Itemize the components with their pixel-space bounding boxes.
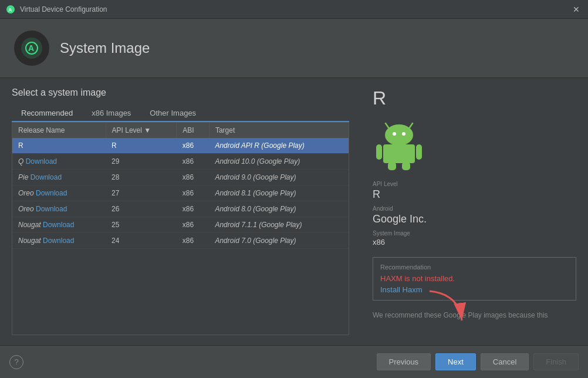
table-row[interactable]: Q Download29x86Android 10.0 (Google Play… bbox=[12, 154, 349, 170]
col-target[interactable]: Target bbox=[209, 123, 349, 138]
svg-rect-13 bbox=[388, 162, 396, 170]
cell-target: Android 10.0 (Google Play) bbox=[209, 154, 349, 170]
cell-target: Android 7.0 (Google Play) bbox=[209, 233, 349, 249]
tab-x86-images[interactable]: x86 Images bbox=[82, 105, 140, 122]
cell-abi: x86 bbox=[177, 170, 209, 185]
cell-release-name: R bbox=[12, 138, 106, 154]
tab-bar: Recommended x86 Images Other Images bbox=[12, 105, 349, 122]
cell-release-name: Oreo Download bbox=[12, 201, 106, 217]
recommendation-box: Recommendation HAXM is not installed. In… bbox=[373, 257, 576, 301]
tab-other-images[interactable]: Other Images bbox=[140, 105, 205, 122]
haxm-error-text: HAXM is not installed. bbox=[380, 274, 569, 283]
android-value: Google Inc. bbox=[373, 213, 576, 225]
close-button[interactable]: ✕ bbox=[570, 5, 582, 14]
svg-point-8 bbox=[393, 132, 396, 136]
android-label: Android bbox=[373, 205, 576, 212]
cell-release-name: Oreo Download bbox=[12, 185, 106, 201]
help-button[interactable]: ? bbox=[9, 355, 23, 369]
cell-abi: x86 bbox=[177, 233, 209, 249]
api-level-value: R bbox=[373, 188, 576, 201]
system-image-info: System Image x86 bbox=[373, 230, 576, 247]
system-image-table: Release Name API Level ▼ ABI Target RRx8… bbox=[12, 122, 349, 335]
api-level-label: API Level bbox=[373, 181, 576, 187]
cell-target: Android 8.1 (Google Play) bbox=[209, 185, 349, 201]
col-abi[interactable]: ABI bbox=[177, 123, 209, 138]
next-button[interactable]: Next bbox=[435, 353, 476, 370]
cell-api-level: 27 bbox=[106, 185, 177, 201]
cell-target: Android 8.0 (Google Play) bbox=[209, 201, 349, 217]
cell-abi: x86 bbox=[177, 185, 209, 201]
table-row[interactable]: RRx86Android API R (Google Play) bbox=[12, 138, 349, 154]
cell-release-name: Nougat Download bbox=[12, 233, 106, 249]
footer-left: ? bbox=[9, 355, 23, 369]
arrow-indicator bbox=[424, 288, 471, 331]
main-content: Select a system image Recommended x86 Im… bbox=[0, 78, 588, 345]
cell-abi: x86 bbox=[177, 217, 209, 233]
cell-release-name: Pie Download bbox=[12, 170, 106, 185]
system-image-value: x86 bbox=[373, 238, 576, 247]
cell-target: Android 9.0 (Google Play) bbox=[209, 170, 349, 185]
svg-text:A: A bbox=[28, 43, 34, 53]
previous-button[interactable]: Previous bbox=[377, 353, 431, 370]
recommendation-description: We recommend these Google Play images be… bbox=[373, 311, 576, 319]
table-row[interactable]: Nougat Download25x86Android 7.1.1 (Googl… bbox=[12, 217, 349, 233]
cell-target: Android API R (Google Play) bbox=[209, 138, 349, 154]
cancel-button[interactable]: Cancel bbox=[481, 353, 529, 370]
footer-buttons: Previous Next Cancel Finish bbox=[377, 353, 579, 370]
table-row[interactable]: Oreo Download26x86Android 8.0 (Google Pl… bbox=[12, 201, 349, 217]
download-link[interactable]: Download bbox=[31, 173, 62, 181]
header-title: System Image bbox=[60, 40, 150, 56]
selected-release-name: R bbox=[373, 87, 576, 109]
recommendation-title: Recommendation bbox=[380, 264, 569, 271]
android-robot-icon bbox=[373, 119, 425, 171]
svg-rect-11 bbox=[376, 144, 382, 160]
download-link[interactable]: Download bbox=[43, 237, 74, 245]
table-row[interactable]: Oreo Download27x86Android 8.1 (Google Pl… bbox=[12, 185, 349, 201]
svg-rect-12 bbox=[416, 144, 422, 160]
cell-api-level: R bbox=[106, 138, 177, 154]
dialog-header: A System Image bbox=[0, 19, 588, 78]
svg-rect-10 bbox=[383, 144, 415, 163]
col-release-name[interactable]: Release Name bbox=[12, 123, 106, 138]
download-link[interactable]: Download bbox=[36, 205, 67, 213]
download-link[interactable]: Download bbox=[26, 157, 57, 166]
tab-recommended[interactable]: Recommended bbox=[12, 105, 82, 122]
finish-button: Finish bbox=[533, 353, 579, 370]
svg-rect-14 bbox=[402, 162, 410, 170]
title-bar: A Virtual Device Configuration ✕ bbox=[0, 0, 588, 19]
api-level-info: API Level R bbox=[373, 181, 576, 201]
col-api-level[interactable]: API Level ▼ bbox=[106, 123, 177, 138]
cell-target: Android 7.1.1 (Google Play) bbox=[209, 217, 349, 233]
dialog-footer: ? Previous Next Cancel Finish bbox=[0, 345, 588, 378]
section-title: Select a system image bbox=[12, 87, 349, 98]
cell-abi: x86 bbox=[177, 138, 209, 154]
svg-point-9 bbox=[402, 132, 405, 136]
android-studio-icon: A bbox=[6, 5, 15, 14]
title-bar-text: Virtual Device Configuration bbox=[20, 5, 570, 14]
svg-point-7 bbox=[385, 124, 413, 146]
right-panel: R API Level R Android Google In bbox=[361, 78, 588, 345]
cell-api-level: 25 bbox=[106, 217, 177, 233]
svg-text:A: A bbox=[8, 7, 12, 13]
cell-abi: x86 bbox=[177, 201, 209, 217]
cell-api-level: 28 bbox=[106, 170, 177, 185]
cell-release-name: Nougat Download bbox=[12, 217, 106, 233]
cell-api-level: 24 bbox=[106, 233, 177, 249]
system-image-icon: A bbox=[20, 36, 43, 60]
download-link[interactable]: Download bbox=[43, 221, 74, 229]
header-icon-wrap: A bbox=[14, 31, 49, 66]
left-panel: Select a system image Recommended x86 Im… bbox=[0, 78, 361, 345]
cell-api-level: 29 bbox=[106, 154, 177, 170]
install-haxm-link[interactable]: Install Haxm bbox=[380, 285, 423, 294]
android-info: Android Google Inc. bbox=[373, 205, 576, 225]
cell-api-level: 26 bbox=[106, 201, 177, 217]
download-link[interactable]: Download bbox=[36, 189, 67, 197]
cell-release-name: Q Download bbox=[12, 154, 106, 170]
table-row[interactable]: Nougat Download24x86Android 7.0 (Google … bbox=[12, 233, 349, 249]
system-image-label: System Image bbox=[373, 230, 576, 237]
table-row[interactable]: Pie Download28x86Android 9.0 (Google Pla… bbox=[12, 170, 349, 185]
cell-abi: x86 bbox=[177, 154, 209, 170]
